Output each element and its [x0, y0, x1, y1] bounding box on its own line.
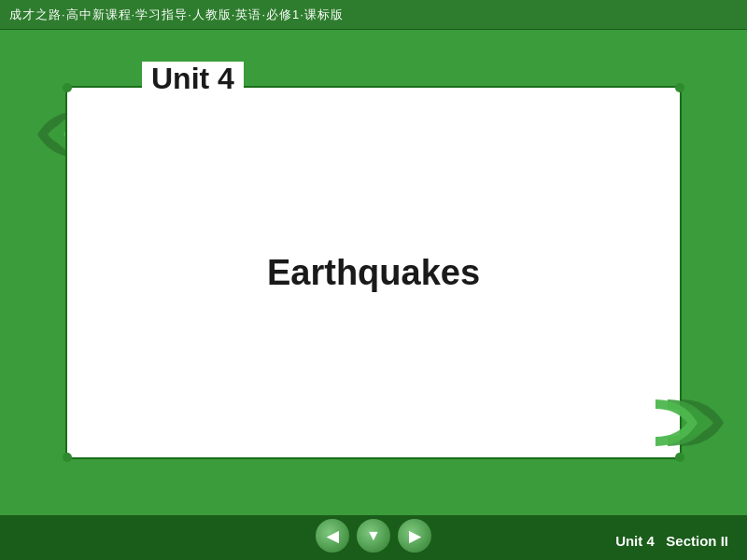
prev-button[interactable]: ◀ — [316, 519, 349, 553]
right-decoration — [654, 395, 738, 455]
bottom-nav-label: Unit 4 Section II — [615, 533, 728, 549]
header-bar: 成才之路·高中新课程·学习指导·人教版·英语·必修1·课标版 — [0, 0, 747, 30]
bottom-bar: ◀ ▼ ▶ Unit 4 Section II — [0, 515, 747, 560]
nav-buttons: ◀ ▼ ▶ — [316, 519, 431, 553]
home-button[interactable]: ▼ — [357, 519, 390, 553]
white-card: Unit 4 Earthquakes — [65, 86, 682, 459]
main-content: Unit 4 Earthquakes — [0, 30, 747, 515]
next-button[interactable]: ▶ — [398, 519, 431, 553]
corner-dot-tr — [675, 83, 684, 92]
corner-dot-bl — [63, 453, 72, 462]
corner-dot-tl — [63, 83, 72, 92]
bottom-unit-text: Unit 4 — [615, 533, 655, 549]
bottom-section-text: Section II — [666, 533, 728, 549]
unit-label: Unit 4 — [142, 62, 244, 96]
card-main-title: Earthquakes — [267, 253, 480, 293]
header-title: 成才之路·高中新课程·学习指导·人教版·英语·必修1·课标版 — [9, 7, 344, 23]
